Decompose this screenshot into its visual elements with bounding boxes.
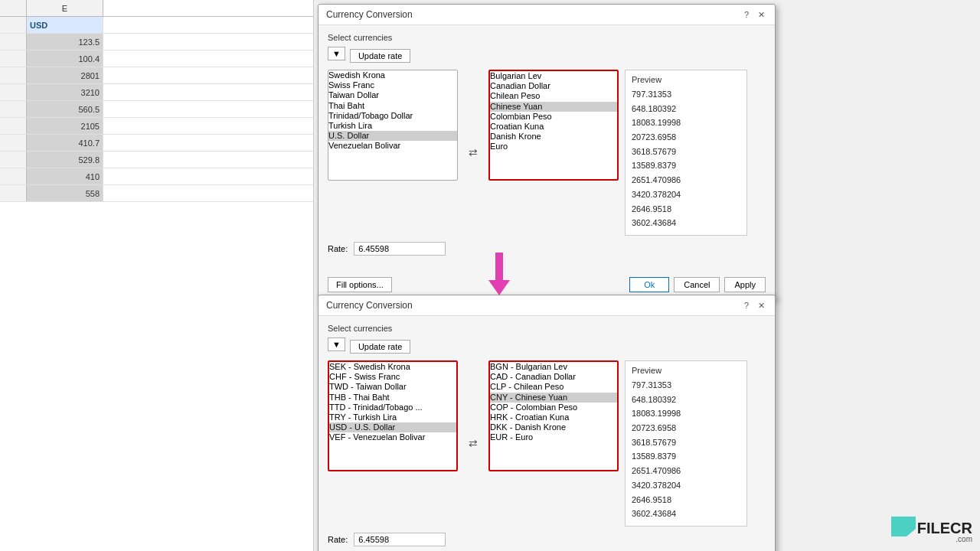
select-currencies-label-top: Select currencies [328,33,766,42]
right-option: BGN - Bulgarian Lev [490,362,617,372]
left-currency-list-top[interactable]: Swedish Krona Swiss Franc Taiwan Dollar … [328,70,458,181]
right-list-wrapper-top: Bulgarian Lev Canadian Dollar Chilean Pe… [488,70,619,236]
right-option-selected: Chinese Yuan [490,102,617,112]
currencies-section-top: Swedish Krona Swiss Franc Taiwan Dollar … [328,70,766,236]
swap-btn-top[interactable]: ⇄ [464,146,482,158]
right-option: EUR - Euro [490,432,617,442]
help-button-bottom[interactable]: ? [742,301,751,310]
right-option: Colombian Peso [490,112,617,122]
top-controls-top: ▼ Update rate [328,47,766,65]
spreadsheet-top: E USD 123.5 100.4 2801 3210 560.5 2105 4… [0,0,314,551]
left-option: Trinidad/Tobago Dollar [328,111,457,121]
currencies-section-bottom: SEK - Swedish Krona CHF - Swiss Franc TW… [328,360,766,527]
right-option: Bulgarian Lev [490,71,617,81]
right-option: DKK - Danish Krone [490,422,617,432]
rate-label-bottom: Rate: [328,535,348,544]
update-rate-btn-top[interactable]: Update rate [350,49,410,63]
dropdown-btn-top[interactable]: ▼ [328,47,345,60]
left-option: Thai Baht [328,101,457,111]
currency-conversion-dialog-top: Currency Conversion ? ✕ Select currencie… [318,4,776,301]
cancel-btn-top[interactable]: Cancel [674,277,720,292]
rate-row-bottom: Rate: [328,533,766,546]
close-button-top[interactable]: ✕ [756,10,767,20]
left-option: THB - Thai Baht [329,393,456,403]
preview-panel-bottom: Preview 797.31353648.18039218083.1999820… [625,360,747,527]
filecr-shape-icon [891,517,916,536]
left-option: SEK - Swedish Krona [329,362,456,372]
header-cell: USD [27,17,103,33]
right-option: Euro [490,142,617,152]
left-option-selected: U.S. Dollar [328,131,457,141]
left-option: TRY - Turkish Lira [329,412,456,422]
dropdown-arrow-bottom: ▼ [332,340,341,349]
right-option: Chilean Peso [490,91,617,101]
dropdown-btn-bottom[interactable]: ▼ [328,337,345,351]
preview-label-top: Preview [632,75,740,84]
arrow-head [488,280,510,295]
right-option: Croatian Kuna [490,122,617,132]
right-currency-list-bottom[interactable]: BGN - Bulgarian Lev CAD - Canadian Dolla… [488,360,619,471]
left-option: Taiwan Dollar [328,90,457,100]
right-option: COP - Colombian Peso [490,403,617,412]
fill-options-btn-top[interactable]: Fill options... [328,277,392,292]
dialog-title-bottom: Currency Conversion [326,300,413,311]
left-option: VEF - Venezuelan Bolivar [329,432,456,442]
arrow-container [488,253,510,295]
preview-values-bottom: 797.31353648.18039218083.1999820723.6958… [632,378,740,521]
left-list-wrapper-top: Swedish Krona Swiss Franc Taiwan Dollar … [328,70,458,236]
dialog-body-bottom: Select currencies ▼ Update rate SEK - Sw… [318,316,775,551]
close-button-bottom[interactable]: ✕ [756,301,767,311]
update-rate-btn-bottom[interactable]: Update rate [350,340,410,354]
preview-values-top: 797.31353648.18039218083.1999820723.6958… [632,87,740,230]
swap-btn-bottom[interactable]: ⇄ [464,437,482,449]
left-currency-list-bottom[interactable]: SEK - Swedish Krona CHF - Swiss Franc TW… [328,360,458,471]
right-list-wrapper-bottom: BGN - Bulgarian Lev CAD - Canadian Dolla… [488,360,619,527]
svg-marker-0 [891,517,916,536]
right-option: HRK - Croatian Kuna [490,412,617,422]
rate-input-bottom[interactable] [354,533,446,546]
help-button-top[interactable]: ? [742,10,751,19]
dialog-controls-bottom: ? ✕ [742,301,767,311]
left-option: Swedish Krona [328,70,457,80]
rate-label-top: Rate: [328,244,348,253]
preview-panel-top: Preview 797.31353648.18039218083.1999820… [625,70,747,236]
dialog-controls-top: ? ✕ [742,10,767,20]
filecr-com: .com [956,535,972,543]
right-option: CAD - Canadian Dollar [490,372,617,382]
row-num-header [0,0,27,16]
left-option: Turkish Lira [328,121,457,131]
filecr-text: FILECR [917,520,972,536]
dialog-title-bar-top: Currency Conversion ? ✕ [318,5,775,25]
left-option: Swiss Franc [328,80,457,90]
dialog-title-top: Currency Conversion [326,9,413,20]
top-controls-bottom: ▼ Update rate [328,337,766,356]
left-list-wrapper-bottom: SEK - Swedish Krona CHF - Swiss Franc TW… [328,360,458,527]
rate-input-top[interactable] [354,242,446,256]
right-option: CLP - Chilean Peso [490,382,617,392]
rate-row-top: Rate: [328,242,766,256]
dropdown-arrow-top: ▼ [332,49,341,58]
right-option: Danish Krone [490,132,617,142]
ok-btn-top[interactable]: Ok [629,277,669,292]
currency-conversion-dialog-bottom: Currency Conversion ? ✕ Select currencie… [318,295,776,551]
row-num [0,17,27,33]
right-option-selected: CNY - Chinese Yuan [490,393,617,403]
dialog-body-top: Select currencies ▼ Update rate Swedish … [318,25,775,271]
dialog-title-bar-bottom: Currency Conversion ? ✕ [318,295,775,316]
select-currencies-label-bottom: Select currencies [328,324,766,333]
left-option: TWD - Taiwan Dollar [329,382,456,392]
left-option: TTD - Trinidad/Tobago ... [329,403,456,412]
left-option-selected: USD - U.S. Dollar [329,422,456,432]
preview-label-bottom: Preview [632,366,740,375]
right-currency-list-top[interactable]: Bulgarian Lev Canadian Dollar Chilean Pe… [488,70,619,181]
left-option: CHF - Swiss Franc [329,372,456,382]
arrow-shaft [495,253,503,280]
left-option: Venezuelan Bolivar [328,141,457,151]
col-e-header: E [27,0,103,16]
right-option: Canadian Dollar [490,81,617,91]
apply-btn-top[interactable]: Apply [724,277,766,292]
filecr-logo: FILECR .com [891,517,972,543]
